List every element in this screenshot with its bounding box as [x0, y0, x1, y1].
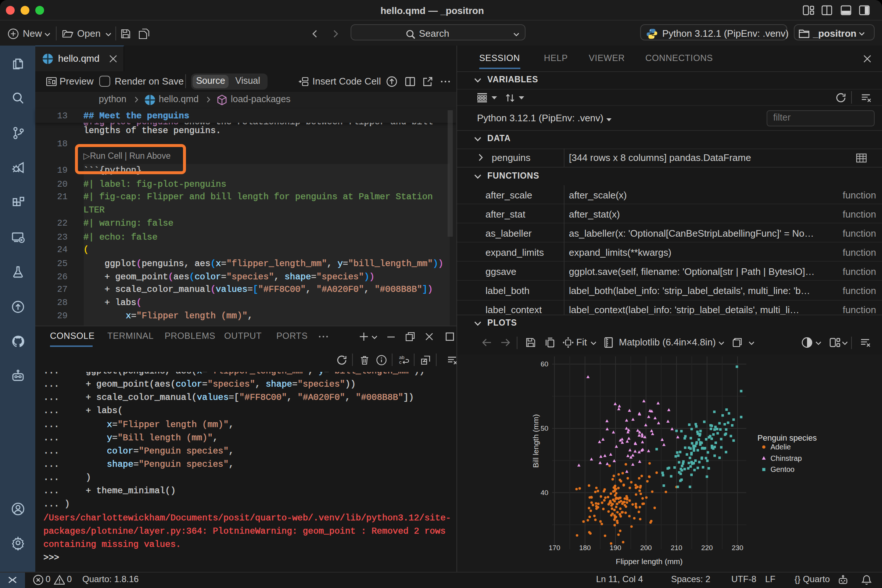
svg-text:50: 50: [540, 424, 548, 432]
svg-text:Chinstrap: Chinstrap: [770, 454, 801, 462]
svg-text:Penguin species: Penguin species: [757, 433, 816, 442]
svg-text:Bill length (mm): Bill length (mm): [531, 414, 540, 468]
svg-text:Adelie: Adelie: [770, 443, 790, 451]
svg-text:Gentoo: Gentoo: [770, 465, 794, 473]
svg-text:170: 170: [548, 544, 560, 552]
svg-text:c: c: [399, 359, 401, 364]
svg-text:190: 190: [609, 544, 621, 552]
svg-text:230: 230: [731, 544, 743, 552]
svg-text:210: 210: [670, 544, 682, 552]
svg-text:180: 180: [579, 544, 591, 552]
svg-text:40: 40: [540, 489, 548, 496]
svg-text:200: 200: [640, 544, 652, 552]
svg-text:60: 60: [540, 360, 548, 368]
svg-text:Flipper length (mm): Flipper length (mm): [616, 557, 682, 566]
svg-text:220: 220: [701, 544, 712, 552]
